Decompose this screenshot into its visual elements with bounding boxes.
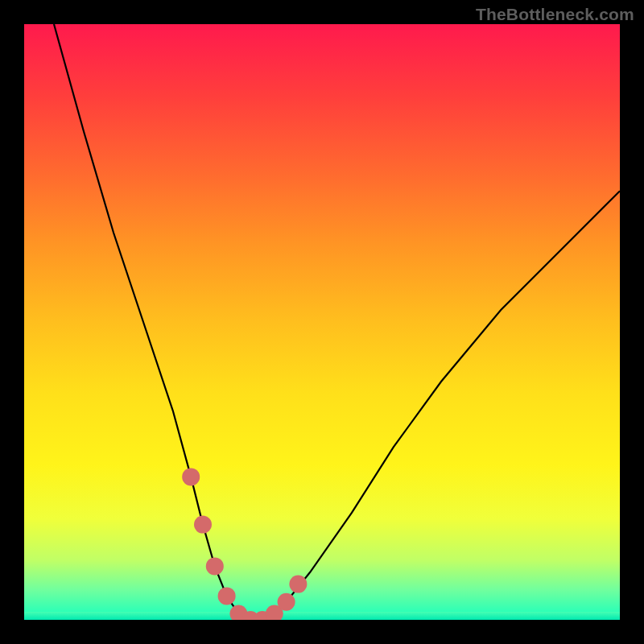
watermark-text: TheBottleneck.com xyxy=(476,5,634,24)
marker-point xyxy=(218,587,236,605)
marker-point xyxy=(182,468,200,485)
chart-frame: TheBottleneck.com xyxy=(0,0,644,644)
plot-area xyxy=(24,24,620,620)
marker-point xyxy=(278,593,295,611)
curve-svg xyxy=(24,24,620,620)
marker-group xyxy=(182,468,307,620)
bottleneck-curve-path xyxy=(54,24,620,620)
marker-point xyxy=(206,557,224,575)
marker-point xyxy=(289,576,307,593)
marker-point xyxy=(194,516,212,534)
